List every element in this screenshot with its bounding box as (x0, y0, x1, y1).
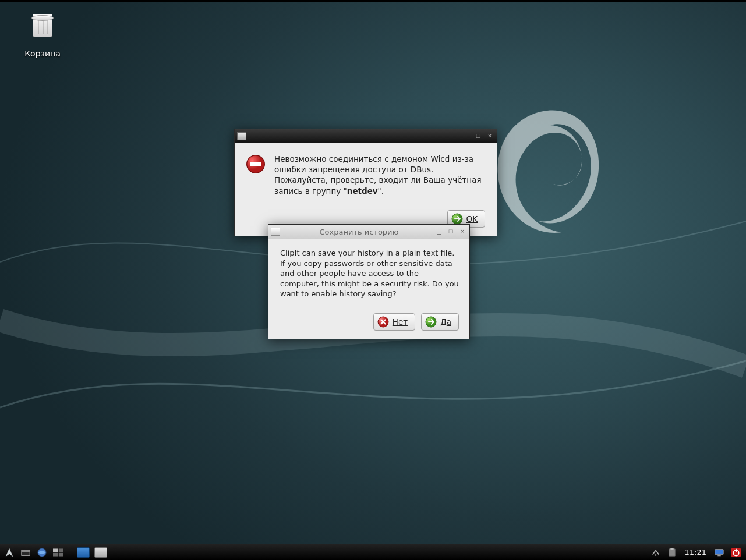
svg-rect-20 (736, 548, 737, 552)
maximize-button[interactable]: □ (473, 132, 483, 140)
dialog2-message: ClipIt can save your history in a plain … (280, 248, 459, 299)
taskbar-clock[interactable]: 11:21 (685, 548, 706, 557)
ok-icon (451, 213, 463, 225)
ok-icon (425, 316, 437, 328)
trash-icon (30, 14, 55, 45)
svg-rect-6 (22, 550, 30, 552)
svg-rect-1 (250, 162, 261, 166)
svg-rect-14 (669, 548, 675, 556)
taskbar-task-1[interactable] (77, 547, 90, 558)
window-icon (271, 228, 280, 236)
close-button[interactable]: × (458, 228, 467, 236)
ok-label: OK (466, 214, 478, 224)
minimize-button[interactable]: _ (434, 228, 444, 236)
close-button[interactable]: × (485, 132, 494, 140)
power-button[interactable] (730, 547, 743, 558)
svg-rect-9 (53, 548, 58, 552)
top-border (0, 0, 746, 2)
dialog1-titlebar[interactable]: _ □ × (235, 129, 497, 143)
taskbar-task-2[interactable] (94, 547, 107, 558)
debian-swirl-icon (483, 99, 600, 250)
taskbar: 11:21 (0, 544, 746, 560)
dialog2-title: Сохранить историю (284, 228, 434, 236)
dialog2-titlebar[interactable]: Сохранить историю _ □ × (268, 225, 469, 239)
svg-rect-12 (59, 552, 63, 556)
svg-rect-15 (670, 547, 673, 550)
desktop-trash-label: Корзина (16, 49, 69, 58)
no-button[interactable]: Нет (373, 313, 415, 331)
dialog1-message: Невозможно соединиться с демоном Wicd из… (274, 154, 485, 196)
maximize-button[interactable]: □ (446, 228, 455, 236)
workspace-switcher[interactable] (52, 547, 64, 558)
error-icon (245, 154, 266, 175)
minimize-button[interactable]: _ (462, 132, 471, 140)
svg-rect-17 (717, 555, 720, 556)
cancel-icon (377, 316, 389, 328)
start-menu-button[interactable] (3, 547, 15, 558)
clipit-history-dialog: Сохранить историю _ □ × ClipIt can save … (268, 224, 470, 339)
tray-network-icon[interactable] (650, 547, 662, 558)
svg-rect-16 (715, 549, 723, 554)
yes-label: Да (440, 317, 451, 327)
tray-clipboard-icon[interactable] (666, 547, 678, 558)
wicd-error-dialog: _ □ × Невозможно соединиться с демоном W… (234, 129, 497, 236)
svg-rect-11 (53, 552, 58, 556)
svg-point-13 (655, 554, 656, 556)
desktop-trash-icon[interactable]: Корзина (16, 10, 69, 58)
tray-monitor-icon[interactable] (713, 547, 725, 558)
no-label: Нет (393, 317, 408, 327)
svg-rect-10 (59, 548, 63, 552)
window-icon (237, 132, 246, 140)
launcher-globe-button[interactable] (36, 547, 48, 558)
show-desktop-button[interactable] (20, 547, 31, 558)
yes-button[interactable]: Да (421, 313, 459, 331)
